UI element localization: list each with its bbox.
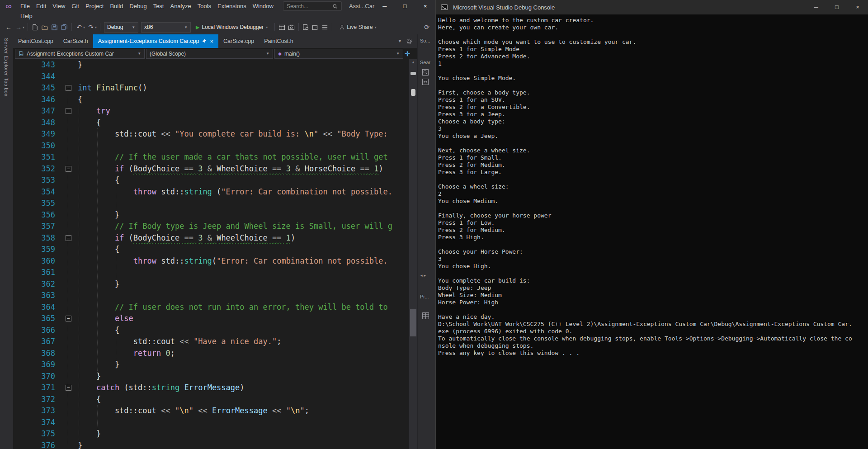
code-text[interactable]: { [78,394,409,406]
menu-item-file[interactable]: File [17,0,33,12]
gear-icon[interactable] [406,38,412,44]
menu-item-view[interactable]: View [49,0,68,12]
code-text[interactable]: } [78,279,409,290]
fold-toggle-icon[interactable]: − [66,108,71,114]
menu-item-window[interactable]: Window [250,0,277,12]
menu-item-git[interactable]: Git [68,0,82,12]
code-text[interactable]: } [78,359,409,371]
tool-tab-search[interactable]: Sear [420,60,430,65]
navigation-history-dropdown-icon[interactable]: ▾ [23,25,24,29]
find-in-files-icon[interactable] [302,24,309,31]
split-window-icon[interactable]: ✛ [405,50,410,57]
menu-item-help[interactable]: Help [17,12,36,20]
menu-item-extensions[interactable]: Extensions [214,0,250,12]
code-text[interactable]: int FinalFunc() [78,82,409,94]
solution-platform-dropdown[interactable]: x86 ▼ [141,22,191,33]
editor-vertical-scrollbar[interactable]: ▲ [409,59,417,449]
tool-tab-server-explorer[interactable]: Server Explorer [4,38,9,76]
toolbar-window-layout-icon[interactable] [278,24,285,31]
code-text[interactable] [78,417,409,429]
search-input[interactable] [286,3,331,10]
search-results-icon[interactable] [422,69,429,78]
console-minimize-button[interactable]: ─ [806,0,826,14]
scrollbar-up-icon[interactable]: ▲ [409,60,417,64]
menu-item-debug[interactable]: Debug [126,0,150,12]
save-icon[interactable] [51,24,58,31]
project-dropdown[interactable]: ++ Assignment-Exceptions Custom Car ▼ [15,49,145,59]
menu-item-tools[interactable]: Tools [194,0,214,12]
close-tab-icon[interactable]: × [210,38,213,44]
live-share-dropdown-icon[interactable]: ▾ [375,25,377,29]
git-changes-icon[interactable] [422,78,429,87]
code-text[interactable]: std::cout << "\n" << ErrorMessage << "\n… [78,405,409,417]
tool-tab-solution-explorer[interactable]: So... [420,38,430,43]
code-text[interactable]: std::cout << "You complete car build is:… [78,128,409,140]
console-close-button[interactable]: × [847,0,868,14]
properties-icon[interactable] [422,312,429,321]
save-all-icon[interactable] [61,24,68,31]
fold-toggle-icon[interactable]: − [66,316,71,321]
code-text[interactable]: throw std::string ("Error: Car combinati… [78,186,409,198]
menu-item-build[interactable]: Build [107,0,126,12]
refresh-icon[interactable]: ⟳ [422,20,432,34]
console-title-bar[interactable]: Microsoft Visual Studio Debug Console ─ … [436,0,868,14]
menu-item-project[interactable]: Project [82,0,107,12]
undo-dropdown-icon[interactable]: ▾ [83,25,85,29]
tab-scroll-arrows[interactable]: ◂▸ [420,273,427,278]
code-text[interactable] [78,71,409,83]
menu-item-analyze[interactable]: Analyze [167,0,194,12]
tab-paintcost-cpp[interactable]: PaintCost.cpp [13,34,58,48]
tab-carsize-cpp[interactable]: CarSize.cpp [218,34,259,48]
code-editor[interactable]: 343}344345−int FinalFunc()346{347− try34… [13,59,417,449]
redo-icon[interactable]: ↷ [86,20,96,34]
scrollbar-thumb[interactable] [410,309,416,336]
maximize-button[interactable]: □ [395,0,415,12]
menu-item-edit[interactable]: Edit [33,0,49,12]
fold-toggle-icon[interactable]: − [66,235,71,241]
console-maximize-button[interactable]: □ [826,0,847,14]
code-text[interactable]: } [78,59,409,71]
start-debugging-button[interactable]: ▶ Local Windows Debugger ▾ [196,24,269,30]
close-button[interactable]: × [415,0,435,12]
code-text[interactable]: { [78,175,409,186]
code-text[interactable]: // If user does not run into an error, t… [78,302,409,313]
code-text[interactable]: { [78,117,409,129]
toolbar-list-icon[interactable] [321,24,328,31]
navigate-back-icon[interactable]: ← [4,20,14,34]
fold-toggle-icon[interactable]: − [66,385,71,391]
menu-item-test[interactable]: Test [150,0,167,12]
tool-tab-properties[interactable]: Pr... [420,294,429,299]
navigate-forward-icon[interactable]: → [14,20,24,34]
tab-list-dropdown-icon[interactable]: ▼ [398,39,402,43]
code-text[interactable]: catch (std::string ErrorMessage) [78,382,409,394]
member-dropdown[interactable]: ◆ main() ▼ [274,49,403,59]
code-text[interactable] [78,290,409,302]
code-text[interactable]: if (BodyChoice == 3 & WheelChoice == 3 &… [78,163,409,175]
live-share-button[interactable]: Live Share ▾ [337,24,377,31]
code-text[interactable]: else [78,313,409,325]
tab-carsize-h[interactable]: CarSize.h [58,34,93,48]
open-file-icon[interactable] [41,24,48,31]
code-text[interactable]: if (BodyChoice == 3 & WheelChoice == 1) [78,232,409,244]
code-text[interactable]: return 0; [78,348,409,359]
code-text[interactable]: } [78,209,409,221]
code-text[interactable]: // If Body type is Jeep and Wheel size i… [78,221,409,232]
tool-tab-toolbox[interactable]: Toolbox [4,78,9,96]
undo-icon[interactable]: ↶ [74,20,84,34]
fold-toggle-icon[interactable]: − [66,85,71,91]
debug-target-dropdown-icon[interactable]: ▾ [266,25,268,29]
code-text[interactable] [78,140,409,152]
editor-lines[interactable]: 343}344345−int FinalFunc()346{347− try34… [13,59,409,449]
code-text[interactable]: try [78,105,409,117]
code-text[interactable] [78,267,409,279]
tab-assignment-exceptions-custom-car-cpp[interactable]: Assignment-Exceptions Custom Car.cpp× [93,34,218,48]
new-file-icon[interactable] [32,24,38,31]
fold-toggle-icon[interactable]: − [66,166,71,172]
code-text[interactable]: throw std::string("Error: Car combinatio… [78,255,409,267]
code-text[interactable] [78,198,409,209]
solution-configuration-dropdown[interactable]: Debug ▼ [104,22,138,33]
code-text[interactable]: } [78,440,409,449]
code-text[interactable]: std::cout << "Have a nice day."; [78,336,409,348]
code-text[interactable]: { [78,244,409,255]
scope-dropdown[interactable]: (Global Scope) ▼ [146,49,273,59]
